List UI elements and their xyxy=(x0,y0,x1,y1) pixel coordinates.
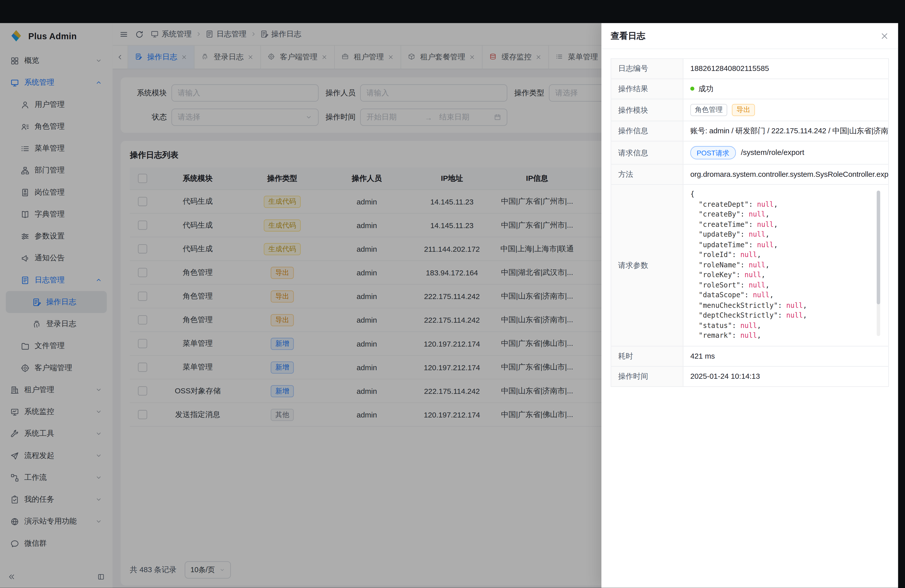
detail-label: 操作模块 xyxy=(611,99,683,121)
request-params-code: { "createDept": null, "createBy": null, … xyxy=(690,189,881,341)
detail-label: 操作结果 xyxy=(611,79,683,99)
detail-row: 请求参数{ "createDept": null, "createBy": nu… xyxy=(611,184,888,346)
detail-row: 日志编号1882612840802115585 xyxy=(611,59,888,79)
status-dot xyxy=(690,86,694,91)
drawer-body: 日志编号1882612840802115585操作结果成功操作模块角色管理导出操… xyxy=(601,49,898,396)
detail-label: 请求信息 xyxy=(611,141,683,164)
detail-row: 操作时间2025-01-24 10:14:13 xyxy=(611,366,888,386)
close-icon xyxy=(880,32,889,40)
detail-row: 请求信息POST请求/system/role/export xyxy=(611,141,888,164)
detail-row: 操作信息账号: admin / 研发部门 / 222.175.114.242 /… xyxy=(611,121,888,141)
detail-label: 请求参数 xyxy=(611,184,683,346)
detail-row: 操作结果成功 xyxy=(611,79,888,99)
drawer-title: 查看日志 xyxy=(611,30,645,41)
detail-value: 2025-01-24 10:14:13 xyxy=(690,372,760,380)
detail-value: 1882612840802115585 xyxy=(690,64,769,73)
status-text: 成功 xyxy=(699,84,713,93)
detail-value: 421 ms xyxy=(690,351,715,360)
detail-value: org.dromara.system.controller.system.Sys… xyxy=(690,170,889,178)
detail-label: 方法 xyxy=(611,164,683,184)
screen: Plus Admin 概览系统管理用户管理角色管理菜单管理部门管理岗位管理字典管… xyxy=(0,0,905,588)
detail-label: 日志编号 xyxy=(611,59,683,79)
detail-value: 账号: admin / 研发部门 / 222.175.114.242 / 中国|… xyxy=(690,127,889,135)
app-window: Plus Admin 概览系统管理用户管理角色管理菜单管理部门管理岗位管理字典管… xyxy=(0,23,898,588)
request-url: /system/role/export xyxy=(741,148,804,157)
detail-label: 耗时 xyxy=(611,346,683,366)
view-log-drawer: 查看日志 日志编号1882612840802115585操作结果成功操作模块角色… xyxy=(601,23,898,588)
detail-label: 操作信息 xyxy=(611,121,683,141)
drawer-close-button[interactable] xyxy=(880,32,889,40)
log-detail-table: 日志编号1882612840802115585操作结果成功操作模块角色管理导出操… xyxy=(611,58,889,387)
code-scrollbar[interactable] xyxy=(876,191,880,336)
detail-row: 操作模块角色管理导出 xyxy=(611,99,888,121)
module-tag: 导出 xyxy=(732,104,755,116)
detail-row: 耗时421 ms xyxy=(611,346,888,366)
http-method-badge: POST请求 xyxy=(690,146,736,159)
code-scrollbar-thumb[interactable] xyxy=(876,191,880,304)
drawer-header: 查看日志 xyxy=(601,23,898,49)
module-tag: 角色管理 xyxy=(690,104,727,116)
detail-label: 操作时间 xyxy=(611,366,683,386)
detail-row: 方法org.dromara.system.controller.system.S… xyxy=(611,164,888,184)
